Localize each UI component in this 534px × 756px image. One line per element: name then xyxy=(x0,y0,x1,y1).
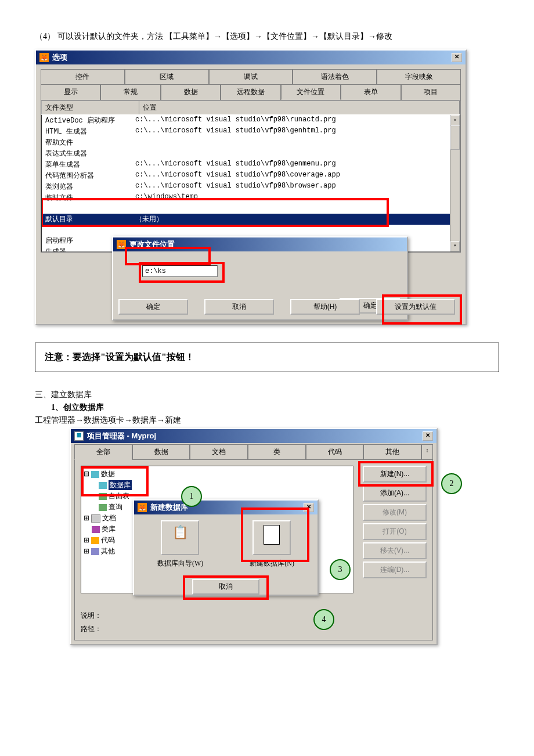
scrollbar[interactable]: ▴ ▾ xyxy=(450,115,460,251)
tab-data[interactable]: 数据 xyxy=(161,84,221,100)
list-row: HTML 生成器c:\...\microsoft visual studio\v… xyxy=(42,126,460,137)
annotation-4: 4 xyxy=(313,609,334,630)
options-dialog: 🦊 选项 ✕ 控件 区域 调试 语法着色 字段映象 显示 常规 数据 远程数据 … xyxy=(35,49,467,325)
list-row: 代码范围分析器c:\...\microsoft visual studio\vf… xyxy=(42,170,460,181)
tab-forms[interactable]: 表单 xyxy=(341,84,400,100)
tab-projects[interactable]: 项目 xyxy=(401,84,461,100)
tab-debug[interactable]: 调试 xyxy=(209,69,293,84)
pm-button-column: 新建(N)... 添加(A)... 修改(M) 打开(O) 移去(V)... 连… xyxy=(363,466,427,578)
tab-all[interactable]: 全部 xyxy=(74,444,132,460)
close-icon[interactable]: ✕ xyxy=(423,431,433,441)
query-icon xyxy=(99,504,107,511)
tab-fieldmap[interactable]: 字段映象 xyxy=(377,69,461,84)
options-titlebar: 🦊 选项 ✕ xyxy=(36,51,466,64)
section3-sub1: 1、创立数据库 xyxy=(51,402,499,413)
doc-icon xyxy=(91,514,100,523)
annotation-1: 1 xyxy=(181,486,202,507)
highlight-cancel xyxy=(183,575,269,600)
list-row: 帮助文件 xyxy=(42,137,460,148)
highlight-setdefault xyxy=(382,294,462,325)
wizard-button[interactable]: 📋 xyxy=(161,520,199,555)
section3-title: 三、建立数据库 xyxy=(35,390,499,400)
wizard-label: 数据库向导(W) xyxy=(157,559,203,568)
highlight-path xyxy=(139,262,225,283)
tab-syntax[interactable]: 语法着色 xyxy=(293,69,377,84)
options-title: 选项 xyxy=(52,52,67,63)
wizard-icon: 📋 xyxy=(172,525,188,539)
other-icon xyxy=(91,548,99,555)
highlight-database xyxy=(81,466,149,496)
list-row: 表达式生成器 xyxy=(42,148,460,159)
highlight-new xyxy=(358,461,434,487)
scroll-up-icon[interactable]: ▴ xyxy=(450,115,460,125)
pm-body: ⊟数据 数据库 自由表 查询 ⊞文档 类库 ⊞代码 ⊞其他 新建(N)... 添… xyxy=(74,460,433,640)
path-label: 路径： xyxy=(81,624,102,634)
tab-docs[interactable]: 文档 xyxy=(190,444,248,460)
file-list[interactable]: ActiveDoc 启动程序c:\...\microsoft visual st… xyxy=(41,115,460,252)
annotation-3: 3 xyxy=(330,559,351,580)
options-ok-button[interactable]: 确定 xyxy=(118,299,188,315)
highlight-newdb-btn xyxy=(241,507,309,562)
tab-data[interactable]: 数据 xyxy=(132,444,190,460)
tab-controls[interactable]: 控件 xyxy=(41,69,125,84)
pm-icon: ▦ xyxy=(74,431,84,441)
tab-remote[interactable]: 远程数据 xyxy=(221,84,280,100)
build-button: 连编(D)... xyxy=(363,561,427,578)
tab-code[interactable]: 代码 xyxy=(306,444,364,460)
newdb-title: 新建数据库 xyxy=(150,502,188,513)
pm-title: 项目管理器 - Myproj xyxy=(87,431,156,441)
modify-button: 修改(M) xyxy=(363,504,427,521)
col-location[interactable]: 位置 xyxy=(139,101,460,114)
options-help-button[interactable]: 帮助(H) xyxy=(290,299,360,315)
section3-path: 工程管理器→数据选项卡→数据库→新建 xyxy=(35,415,499,426)
new-database-dialog: 🦊 新建数据库 ✕ 📋 xyxy=(133,499,319,596)
lib-icon xyxy=(92,526,100,533)
tab-other[interactable]: 其他 xyxy=(363,444,421,460)
step4-text: （4） 可以设计默认的文件夹，方法 【工具菜单】→【选项】→【文件位置】→【默认… xyxy=(35,29,499,44)
add-button[interactable]: 添加(A)... xyxy=(363,485,427,502)
options-tabs: 控件 区域 调试 语法着色 字段映象 显示 常规 数据 远程数据 文件位置 表单… xyxy=(36,64,466,100)
pm-titlebar: ▦ 项目管理器 - Myproj ✕ xyxy=(71,429,436,443)
list-row: ActiveDoc 启动程序c:\...\microsoft visual st… xyxy=(42,115,460,126)
close-icon[interactable]: ✕ xyxy=(452,53,462,62)
options-cancel-button[interactable]: 取消 xyxy=(204,299,274,315)
tab-filelocations[interactable]: 文件位置 xyxy=(281,84,341,100)
open-button: 打开(O) xyxy=(363,523,427,540)
desc-label: 说明： xyxy=(81,611,102,621)
list-header: 文件类型 位置 xyxy=(41,100,460,115)
annotation-2: 2 xyxy=(441,473,462,494)
pm-footer: 说明： 路径： xyxy=(81,611,102,634)
code-icon xyxy=(91,537,99,544)
note-box: 注意：要选择"设置为默认值"按钮！ xyxy=(35,343,499,372)
file-locations-panel: 文件类型 位置 ActiveDoc 启动程序c:\...\microsoft v… xyxy=(41,100,461,253)
scroll-down-icon[interactable]: ▾ xyxy=(450,241,460,251)
expand-icon[interactable]: ↕ xyxy=(421,444,433,460)
tab-view[interactable]: 显示 xyxy=(41,84,100,100)
fox-icon: 🦊 xyxy=(138,503,147,512)
tab-general[interactable]: 常规 xyxy=(100,84,160,100)
project-manager: ▦ 项目管理器 - Myproj ✕ 全部 数据 文档 类 代码 其他 ↕ ⊟数… xyxy=(70,428,438,645)
highlight-defaultdir xyxy=(41,198,389,227)
fox-icon: 🦊 xyxy=(39,53,49,62)
list-row: 菜单生成器c:\...\microsoft visual studio\vfp9… xyxy=(42,159,460,170)
list-row: 类浏览器c:\...\microsoft visual studio\vfp98… xyxy=(42,181,460,192)
scroll-thumb[interactable] xyxy=(450,125,460,150)
col-filetype[interactable]: 文件类型 xyxy=(42,101,139,114)
tab-regional[interactable]: 区域 xyxy=(125,69,209,84)
pm-tabs: 全部 数据 文档 类 代码 其他 ↕ xyxy=(71,444,436,460)
remove-button: 移去(V)... xyxy=(363,542,427,559)
tab-classes[interactable]: 类 xyxy=(248,444,306,460)
